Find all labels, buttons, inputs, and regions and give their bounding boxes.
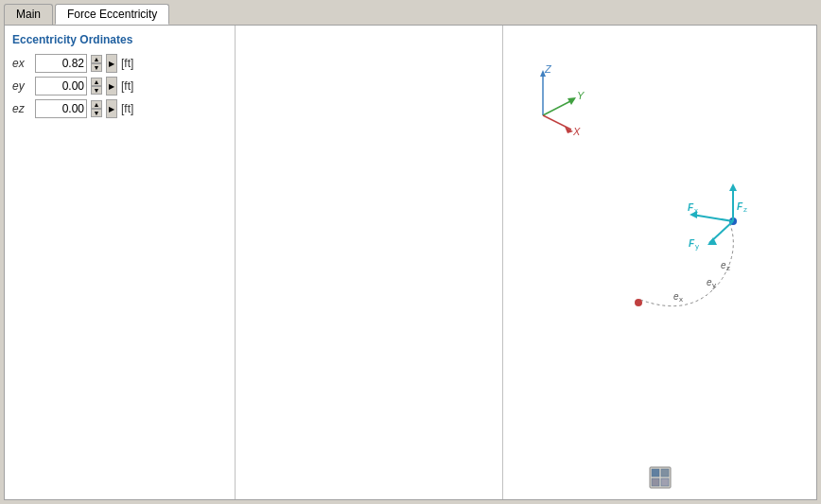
svg-marker-20: [729, 183, 737, 191]
right-panel: Z Y X F x F y: [503, 26, 816, 499]
svg-rect-31: [661, 469, 669, 477]
svg-text:y: y: [712, 281, 716, 289]
svg-marker-4: [568, 97, 576, 105]
ey-label: ey: [12, 79, 31, 93]
ey-input[interactable]: [35, 77, 87, 96]
ex-label: ex: [12, 57, 31, 70]
ex-spin-up[interactable]: ▲: [91, 55, 102, 63]
ey-row: ey ▲ ▼ ▶ [ft]: [12, 77, 227, 96]
middle-panel: [236, 26, 503, 499]
ez-spin-down[interactable]: ▼: [91, 109, 102, 117]
svg-point-10: [635, 299, 642, 306]
svg-text:F: F: [689, 238, 695, 249]
ex-unit: [ft]: [121, 57, 133, 70]
left-panel: Eccentricity Ordinates ex ▲ ▼ ▶ [ft] ey …: [5, 26, 236, 499]
svg-line-11: [692, 215, 733, 221]
svg-rect-32: [652, 478, 659, 486]
svg-text:X: X: [572, 126, 581, 137]
section-title: Eccentricity Ordinates: [12, 33, 227, 46]
ez-spinner: ▲ ▼: [91, 100, 102, 117]
ex-spin-down[interactable]: ▼: [91, 63, 102, 72]
ey-spin-up[interactable]: ▲: [91, 78, 102, 86]
svg-rect-33: [661, 478, 669, 486]
ey-arrow-btn[interactable]: ▶: [106, 77, 117, 96]
ez-unit: [ft]: [121, 102, 133, 115]
main-content: Eccentricity Ordinates ex ▲ ▼ ▶ [ft] ey …: [4, 25, 817, 500]
tab-force-eccentricity[interactable]: Force Eccentricity: [55, 4, 169, 25]
tab-main[interactable]: Main: [4, 4, 53, 25]
ez-label: ez: [12, 102, 31, 115]
svg-text:y: y: [695, 242, 699, 251]
ey-spinner: ▲ ▼: [91, 78, 102, 95]
tab-bar: Main Force Eccentricity: [0, 0, 821, 25]
viewport-icon-container[interactable]: [649, 466, 672, 492]
ez-arrow-btn[interactable]: ▶: [106, 99, 117, 118]
viewport-icon: [649, 466, 672, 489]
ex-row: ex ▲ ▼ ▶ [ft]: [12, 54, 227, 73]
svg-line-6: [543, 115, 571, 130]
ex-input[interactable]: [35, 54, 87, 73]
svg-rect-30: [652, 469, 659, 477]
ez-input[interactable]: [35, 99, 87, 118]
3d-diagram: Z Y X F x F y: [503, 26, 816, 499]
ey-spin-down[interactable]: ▼: [91, 86, 102, 95]
svg-text:Z: Z: [544, 63, 552, 75]
svg-text:x: x: [694, 206, 698, 215]
ex-spinner: ▲ ▼: [91, 55, 102, 72]
ez-spin-up[interactable]: ▲: [91, 100, 102, 109]
svg-text:z: z: [743, 205, 747, 214]
svg-text:z: z: [726, 264, 730, 272]
svg-text:x: x: [679, 295, 683, 304]
ex-arrow-btn[interactable]: ▶: [106, 54, 117, 73]
svg-text:F: F: [737, 201, 743, 212]
ez-row: ez ▲ ▼ ▶ [ft]: [12, 99, 227, 118]
svg-text:Y: Y: [577, 90, 585, 101]
ey-unit: [ft]: [121, 79, 133, 93]
svg-text:F: F: [688, 202, 694, 213]
